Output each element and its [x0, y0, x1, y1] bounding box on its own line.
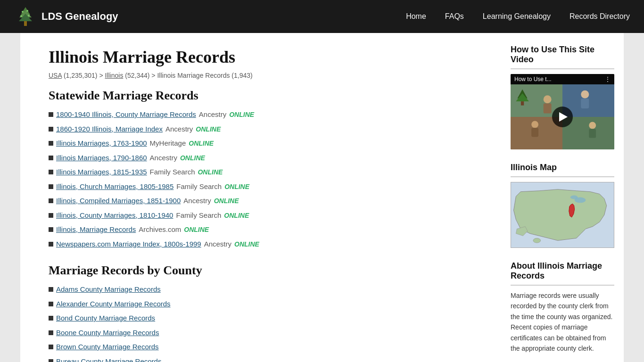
online-badge: ONLINE [224, 211, 249, 221]
online-badge: ONLINE [229, 110, 254, 120]
bullet-icon [49, 112, 53, 117]
about-section-heading: About Illinois Marriage Records [511, 261, 614, 286]
breadcrumb-illinois[interactable]: Illinois [105, 72, 123, 79]
video-top-bar: How to Use t... ⋮ [511, 74, 614, 84]
county-heading: Marriage Records by County [49, 263, 482, 278]
nav-link-home[interactable]: Home [406, 12, 426, 20]
list-item: Adams County Marriage Records [49, 284, 482, 295]
record-link[interactable]: Illinois, Marriage Records [56, 224, 136, 235]
online-badge: ONLINE [184, 225, 209, 235]
statewide-heading: Statewide Marriage Records [49, 89, 482, 103]
list-item: Bureau County Marriage Records [49, 356, 482, 362]
about-text: Marriage records were usually recorded b… [511, 290, 614, 354]
list-item: Illinois, Marriage Records Archives.com … [49, 224, 482, 235]
list-item: Newspapers.com Marriage Index, 1800s-199… [49, 239, 482, 250]
nav-link-records[interactable]: Records Directory [570, 12, 630, 20]
bullet-icon [49, 330, 53, 335]
county-record-link[interactable]: Adams County Marriage Records [56, 284, 161, 295]
page-wrapper: Illinois Marriage Records USA (1,235,301… [20, 33, 624, 362]
bullet-icon [49, 184, 53, 189]
list-item: Alexander County Marriage Records [49, 299, 482, 310]
bullet-icon [49, 156, 53, 160]
svg-point-4 [22, 11, 24, 13]
bullet-icon [49, 141, 53, 146]
bullet-icon [49, 345, 53, 349]
video-more-icon: ⋮ [605, 76, 611, 82]
record-link[interactable]: Illinois Marriages, 1790-1860 [56, 153, 147, 164]
county-record-link[interactable]: Brown County Marriage Records [56, 342, 159, 353]
svg-rect-18 [581, 99, 589, 108]
bullet-icon [49, 242, 53, 247]
breadcrumb-current: Illinois Marriage Records (1,943) [157, 72, 252, 79]
video-preview [511, 84, 614, 149]
illinois-map[interactable] [511, 182, 614, 248]
video-title-label: How to Use t... [514, 76, 552, 82]
bullet-icon [49, 316, 53, 321]
play-button[interactable] [552, 107, 573, 127]
online-badge: ONLINE [180, 153, 205, 163]
svg-point-17 [581, 90, 589, 99]
breadcrumb-illinois-count: (52,344) [125, 72, 149, 79]
list-item: Boone County Marriage Records [49, 328, 482, 338]
svg-point-24 [533, 238, 541, 243]
bullet-icon [49, 213, 53, 218]
bullet-icon [49, 359, 53, 362]
nav-item-faqs[interactable]: FAQs [445, 12, 464, 21]
county-record-link[interactable]: Bureau County Marriage Records [56, 356, 161, 362]
record-link[interactable]: 1860-1920 Illinois, Marriage Index [56, 124, 163, 135]
record-link[interactable]: Newspapers.com Marriage Index, 1800s-199… [56, 239, 201, 250]
svg-point-15 [544, 95, 552, 103]
provider-label: MyHeritage [150, 138, 186, 149]
nav-item-records[interactable]: Records Directory [570, 12, 630, 21]
nav-item-learning[interactable]: Learning Genealogy [483, 12, 551, 21]
bullet-icon [49, 287, 53, 292]
page-title: Illinois Marriage Records [49, 47, 482, 67]
svg-point-6 [20, 15, 22, 17]
list-item: Illinois, County Marriages, 1810-1940 Fa… [49, 210, 482, 221]
breadcrumb-usa[interactable]: USA [49, 72, 62, 79]
bullet-icon [49, 127, 53, 132]
logo[interactable]: LDS Genealogy [14, 5, 406, 28]
nav-link-learning[interactable]: Learning Genealogy [483, 12, 551, 20]
record-link[interactable]: Illinois Marriages, 1815-1935 [56, 167, 147, 178]
record-link[interactable]: Illinois, Compiled Marriages, 1851-1900 [56, 196, 181, 206]
provider-label: Ancestry [165, 124, 193, 135]
svg-rect-22 [589, 129, 596, 138]
bullet-icon [49, 227, 53, 232]
video-section: How to Use This Site Video How to Use t.… [511, 45, 614, 149]
provider-label: Family Search [176, 210, 221, 221]
nav-item-home[interactable]: Home [406, 12, 426, 21]
video-thumbnail[interactable]: How to Use t... ⋮ [511, 74, 614, 149]
county-record-link[interactable]: Boone County Marriage Records [56, 328, 159, 338]
online-badge: ONLINE [196, 124, 221, 134]
breadcrumb-usa-count: (1,235,301) [64, 72, 98, 79]
list-item: 1800-1940 Illinois, County Marriage Reco… [49, 109, 482, 120]
provider-label: Ancestry [183, 196, 211, 206]
county-record-link[interactable]: Bond County Marriage Records [56, 313, 155, 324]
nav-links: Home FAQs Learning Genealogy Records Dir… [406, 12, 630, 21]
svg-point-7 [28, 15, 30, 16]
provider-label: Ancestry [150, 153, 177, 164]
online-badge: ONLINE [189, 139, 214, 148]
svg-point-21 [589, 122, 596, 129]
record-link[interactable]: Illinois, County Marriages, 1810-1940 [56, 210, 173, 221]
list-item: Bond County Marriage Records [49, 313, 482, 324]
nav-link-faqs[interactable]: FAQs [445, 12, 464, 20]
breadcrumb: USA (1,235,301) > Illinois (52,344) > Il… [49, 72, 482, 79]
usa-map-svg [511, 182, 614, 247]
list-item: Brown County Marriage Records [49, 342, 482, 353]
provider-label: Family Search [176, 181, 222, 192]
video-section-heading: How to Use This Site Video [511, 45, 614, 69]
main-content: Illinois Marriage Records USA (1,235,301… [20, 33, 501, 362]
county-record-link[interactable]: Alexander County Marriage Records [56, 299, 171, 310]
logo-text: LDS Genealogy [41, 10, 118, 23]
record-link[interactable]: Illinois, Church Marriages, 1805-1985 [56, 181, 173, 192]
record-link[interactable]: 1800-1940 Illinois, County Marriage Reco… [56, 109, 196, 120]
statewide-list: 1800-1940 Illinois, County Marriage Reco… [49, 109, 482, 249]
provider-label: Ancestry [204, 239, 231, 250]
map-section-heading: Illinois Map [511, 163, 614, 177]
record-link[interactable]: Illinois Marriages, 1763-1900 [56, 138, 147, 149]
county-list: Adams County Marriage Records Alexander … [49, 284, 482, 362]
online-badge: ONLINE [224, 182, 249, 192]
bullet-icon [49, 198, 53, 203]
